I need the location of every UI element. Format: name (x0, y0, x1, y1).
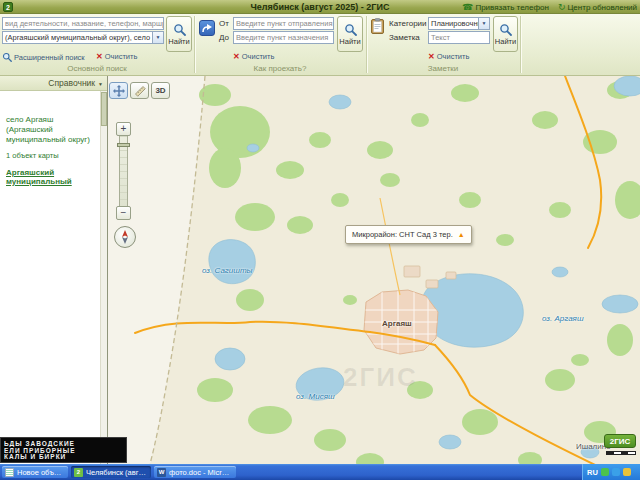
chevron-down-icon[interactable] (478, 18, 489, 29)
ribbon: вид деятельности, название, телефон, мар… (0, 14, 640, 76)
2gis-logo[interactable]: 2ГИС (604, 434, 636, 448)
notes-clear-link[interactable]: Очистить (428, 52, 469, 61)
measure-tool-button[interactable] (130, 82, 149, 99)
taskbar-button-word[interactable]: фото.doc - Microsoft... (154, 466, 236, 478)
ribbon-divider (520, 16, 521, 73)
clear-icon (428, 52, 435, 61)
chevron-down-icon (98, 78, 103, 88)
lake-label: оз. Аргаяш (542, 314, 584, 323)
magnifier-icon (2, 52, 12, 62)
move-icon (113, 85, 125, 97)
advanced-search-link[interactable]: Расширенный поиск (2, 52, 85, 62)
compass-control[interactable] (114, 226, 136, 248)
taskbar: Новое объявление ... Челябинск (август..… (0, 464, 640, 480)
notes-note-label: Заметка (389, 33, 420, 42)
title-bar: Челябинск (август 2025) - 2ГИС Привязать… (0, 0, 640, 14)
map-watermark: 2ГИС (343, 362, 418, 393)
page-icon (5, 468, 14, 477)
notes-category-combo[interactable]: Планировочные (428, 17, 490, 30)
section-label-notes[interactable]: Заметки (366, 64, 520, 74)
map-toolbar: 3D (109, 82, 170, 99)
clear-icon (96, 52, 103, 61)
language-indicator[interactable]: RU (587, 468, 598, 477)
zoom-slider[interactable] (119, 136, 128, 206)
map-canvas[interactable] (108, 76, 640, 464)
taskbar-button-ad[interactable]: Новое объявление ... (2, 466, 68, 478)
magnifier-icon (344, 23, 357, 36)
app-window: Челябинск (август 2025) - 2ГИС Привязать… (0, 0, 640, 480)
result-item-title[interactable]: село Аргаяш (Аргаяшский муниципальный ок… (6, 115, 95, 145)
notes-clipboard-icon (371, 18, 384, 36)
scrollbar-thumb[interactable] (101, 92, 107, 126)
search-clear-link[interactable]: Очистить (96, 52, 137, 61)
pan-tool-button[interactable] (109, 82, 128, 99)
directory-panel: Справочник село Аргаяш (Аргаяшский муниц… (0, 76, 108, 464)
lake-label: оз. Мисяш (296, 392, 335, 401)
map-area[interactable]: 3D + − Микрорайон: СНТ Сад 3 тер. ▲ оз. … (108, 76, 640, 464)
ruler-icon (134, 85, 146, 97)
zoom-slider-handle[interactable] (117, 143, 130, 147)
notes-text-input[interactable]: Текст (428, 31, 490, 44)
magnifier-icon (173, 23, 186, 36)
notes-category-label: Категории (389, 19, 427, 28)
tray-status-icon[interactable] (601, 468, 609, 476)
phone-icon (462, 3, 473, 12)
tray-shield-icon[interactable] (623, 468, 631, 476)
map-tooltip: Микрорайон: СНТ Сад 3 тер. ▲ (345, 225, 472, 244)
compass-needle-icon (118, 230, 132, 244)
tray-network-icon[interactable] (612, 468, 620, 476)
route-icon (199, 20, 215, 36)
view-3d-button[interactable]: 3D (151, 82, 170, 99)
ad-line: КАЛЫ И БИРКИ (4, 453, 123, 460)
clear-icon (233, 52, 240, 61)
tooltip-text: Микрорайон: СНТ Сад 3 тер. (352, 230, 453, 239)
route-from-input[interactable]: Введите пункт отправления (233, 17, 334, 30)
directory-panel-header[interactable]: Справочник (0, 76, 107, 91)
route-to-input[interactable]: Введите пункт назначения (233, 31, 334, 44)
word-icon (157, 468, 166, 477)
sidebar-scrollbar[interactable] (100, 91, 107, 464)
result-count: 1 объект карты (6, 151, 95, 160)
scale-bar (606, 451, 636, 455)
link-phone[interactable]: Привязать телефон (462, 3, 549, 12)
titlebar-links: Привязать телефон Центр обновлений (462, 0, 637, 14)
taskbar-button-2gis[interactable]: Челябинск (август... (71, 466, 151, 478)
zoom-out-button[interactable]: − (116, 206, 131, 220)
search-where-combo[interactable]: (Аргаяшский муниципальный округ), село А… (2, 31, 164, 44)
route-find-button[interactable]: Найти (337, 16, 363, 52)
system-tray: RU (582, 464, 640, 480)
route-from-label: От (219, 19, 229, 28)
ad-line: ЬДЫ ЗАВОДСКИЕ (4, 440, 123, 447)
result-district-link[interactable]: Аргаяшский муниципальный (6, 168, 95, 186)
2gis-icon (74, 468, 83, 477)
update-icon (558, 3, 566, 12)
warning-triangle-icon: ▲ (458, 231, 465, 238)
lake-label: оз. Сагишты (202, 266, 252, 275)
zoom-control: + − (116, 122, 131, 220)
route-to-label: До (219, 33, 229, 42)
section-label-route[interactable]: Как проехать? (194, 64, 366, 74)
link-update-center[interactable]: Центр обновлений (558, 3, 637, 12)
ad-banner[interactable]: ЬДЫ ЗАВОДСКИЕ ЕЛИ ПРИБОРНЫЕ КАЛЫ И БИРКИ (0, 437, 127, 463)
ad-line: ЕЛИ ПРИБОРНЫЕ (4, 447, 123, 454)
section-label-main-search[interactable]: Основной поиск (0, 64, 194, 74)
search-query-input[interactable]: вид деятельности, название, телефон, мар… (2, 17, 164, 30)
route-clear-link[interactable]: Очистить (233, 52, 274, 61)
chevron-down-icon[interactable] (152, 32, 163, 43)
search-results: село Аргаяш (Аргаяшский муниципальный ок… (0, 91, 107, 186)
notes-find-button[interactable]: Найти (493, 16, 518, 52)
search-find-button[interactable]: Найти (166, 16, 192, 52)
magnifier-icon (499, 23, 512, 36)
town-label: Аргаяш (382, 319, 412, 328)
zoom-in-button[interactable]: + (116, 122, 131, 136)
